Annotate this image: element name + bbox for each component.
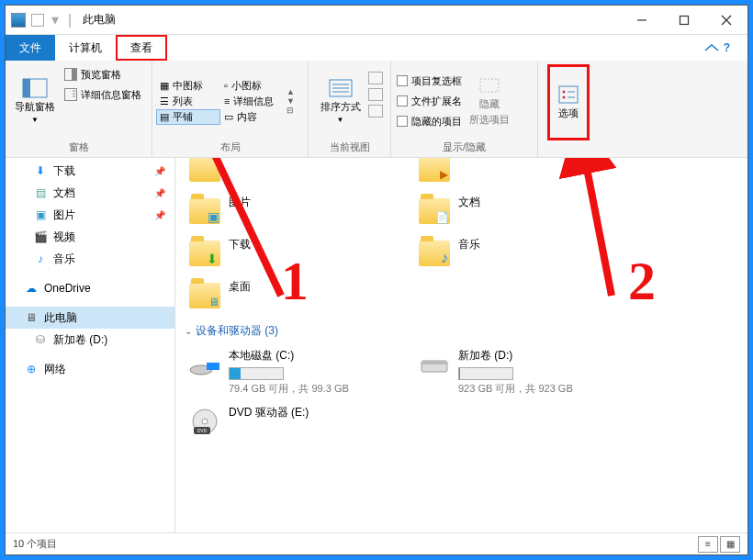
scroll-down-icon[interactable]: ▼ (287, 96, 295, 106)
svg-point-20 (563, 96, 566, 99)
main-panel: ▶ ▣图片 📄文档 ⬇下载 ♪音乐 🖥桌面 ⌄ 设备和驱动器 (3) 本地磁盘 … (175, 158, 747, 532)
hide-selected-button[interactable]: 隐藏 所选项目 (464, 64, 515, 138)
music-folder-icon: ♪ (419, 241, 450, 266)
drives-section: 本地磁盘 (C:) 79.4 GB 可用，共 99.3 GB 新加卷 (D:) … (185, 344, 738, 443)
layout-small-icons[interactable]: ▫小图标 (220, 78, 285, 94)
ribbon-group-options: 选项 (538, 61, 599, 157)
sort-button[interactable]: 排序方式 ▼ (315, 64, 366, 138)
drives-section-header[interactable]: ⌄ 设备和驱动器 (3) (185, 318, 738, 344)
downloads-folder-icon: ⬇ (189, 241, 220, 266)
dvd-icon: DVD (188, 405, 221, 438)
qat-dropdown-icon[interactable]: ▾ (50, 11, 61, 28)
folder-tile[interactable] (185, 158, 414, 189)
nav-pane-button[interactable]: 导航窗格 ▼ (9, 64, 61, 138)
scroll-up-icon[interactable]: ▲ (287, 87, 295, 96)
details-view-button[interactable]: ≡ (698, 536, 718, 553)
tab-file[interactable]: 文件 (6, 35, 55, 61)
sidebar-item-pictures[interactable]: ▣图片📌 (6, 204, 174, 226)
nav-pane-icon (22, 78, 48, 98)
videos-icon: 🎬 (33, 230, 48, 244)
minimize-button[interactable] (621, 6, 663, 34)
preview-pane-button[interactable]: 预览窗格 (61, 64, 145, 84)
tiles-view-button[interactable]: ▦ (720, 536, 740, 553)
title-bar-left: ▾ | 此电脑 (6, 11, 116, 28)
folder-documents[interactable]: 📄文档 (414, 191, 644, 231)
onedrive-icon: ☁ (24, 281, 39, 296)
qat-icon[interactable] (31, 14, 44, 27)
sidebar-item-onedrive[interactable]: ☁OneDrive (6, 277, 174, 299)
svg-rect-8 (65, 89, 77, 101)
size-columns-icon[interactable] (368, 105, 383, 118)
folder-icon: ▶ (419, 158, 450, 182)
downloads-icon: ⬇ (33, 163, 48, 178)
chevron-down-icon: ▼ (31, 116, 39, 124)
folder-tile[interactable]: ▶ (414, 158, 644, 189)
tab-view[interactable]: 查看 (116, 35, 167, 61)
group-by-icon[interactable] (368, 72, 383, 84)
navigation-sidebar: ⬇下载📌 ▤文档📌 ▣图片📌 🎬视频 ♪音乐 ☁OneDrive 🖥此电脑 ⛁新… (6, 158, 175, 532)
details-pane-button[interactable]: 详细信息窗格 (61, 84, 145, 105)
folder-downloads[interactable]: ⬇下载 (185, 233, 414, 274)
title-bar: ▾ | 此电脑 (6, 6, 747, 35)
svg-rect-17 (559, 86, 578, 103)
item-checkboxes-toggle[interactable]: 项目复选框 (395, 71, 464, 91)
hidden-items-toggle[interactable]: 隐藏的项目 (395, 111, 464, 131)
svg-rect-1 (680, 16, 689, 24)
sidebar-item-thispc[interactable]: 🖥此电脑 (6, 307, 174, 329)
disk-icon (188, 348, 221, 381)
folder-pictures[interactable]: ▣图片 (185, 191, 414, 231)
layout-content[interactable]: ▭内容 (220, 109, 285, 125)
details-pane-icon (64, 88, 77, 101)
explorer-window: ▾ | 此电脑 文件 计算机 查看 ? 导航窗格 ▼ (5, 5, 748, 555)
ribbon-group-current-view: 排序方式 ▼ 当前视图 (309, 61, 391, 157)
folder-icon (189, 158, 220, 182)
progress-bar (458, 367, 513, 380)
music-icon: ♪ (33, 252, 48, 266)
folder-music[interactable]: ♪音乐 (414, 233, 644, 274)
sidebar-item-videos[interactable]: 🎬视频 (6, 226, 174, 248)
progress-bar (229, 367, 284, 380)
help-icon[interactable]: ? (724, 41, 730, 54)
sidebar-item-network[interactable]: ⊕网络 (6, 358, 174, 380)
chevron-down-icon: ▼ (337, 116, 344, 124)
ribbon: 导航窗格 ▼ 预览窗格 详细信息窗格 窗格 ▦中图标 ☰列表 ▤平铺 ▫小图标 (6, 61, 747, 158)
drive-c[interactable]: 本地磁盘 (C:) 79.4 GB 可用，共 99.3 GB (185, 344, 414, 399)
svg-rect-7 (72, 69, 77, 81)
ribbon-group-layout: ▦中图标 ☰列表 ▤平铺 ▫小图标 ≡详细信息 ▭内容 ▲ ▼ ⊟ 布局 (152, 61, 309, 157)
svg-rect-24 (207, 357, 219, 363)
sidebar-item-downloads[interactable]: ⬇下载📌 (6, 160, 174, 182)
svg-point-28 (202, 419, 208, 424)
more-icon[interactable]: ⊟ (287, 106, 295, 115)
svg-rect-26 (421, 361, 447, 364)
svg-rect-16 (480, 79, 499, 92)
folder-desktop[interactable]: 🖥桌面 (185, 275, 414, 316)
options-button[interactable]: 选项 (547, 64, 590, 140)
tab-computer[interactable]: 计算机 (55, 35, 116, 61)
sidebar-item-music[interactable]: ♪音乐 (6, 248, 174, 270)
sort-icon (328, 78, 354, 98)
hide-icon (477, 75, 502, 95)
drive-icon: ⛁ (33, 332, 48, 347)
ribbon-collapse-button[interactable]: ? (690, 35, 747, 61)
svg-point-18 (563, 91, 566, 94)
documents-folder-icon: 📄 (419, 198, 450, 224)
pin-icon: 📌 (154, 188, 165, 198)
layout-medium-icons[interactable]: ▦中图标 (156, 78, 220, 94)
file-extensions-toggle[interactable]: 文件扩展名 (395, 91, 464, 111)
window-controls (621, 6, 747, 34)
maximize-button[interactable] (663, 6, 705, 34)
layout-tiles[interactable]: ▤平铺 (156, 109, 220, 125)
sidebar-item-documents[interactable]: ▤文档📌 (6, 182, 174, 204)
add-columns-icon[interactable] (368, 88, 383, 101)
layout-details[interactable]: ≡详细信息 (220, 94, 285, 109)
layout-list[interactable]: ☰列表 (156, 94, 220, 109)
drive-e[interactable]: DVD DVD 驱动器 (E:) (185, 401, 414, 442)
svg-text:DVD: DVD (197, 428, 208, 433)
drive-d[interactable]: 新加卷 (D:) 923 GB 可用，共 923 GB (414, 344, 644, 399)
pin-icon: 📌 (154, 210, 165, 220)
status-bar: 10 个项目 ≡ ▦ (6, 532, 747, 554)
close-button[interactable] (705, 6, 747, 34)
documents-icon: ▤ (33, 185, 48, 200)
sidebar-item-newvol[interactable]: ⛁新加卷 (D:) (6, 329, 174, 351)
pictures-folder-icon: ▣ (189, 198, 220, 224)
